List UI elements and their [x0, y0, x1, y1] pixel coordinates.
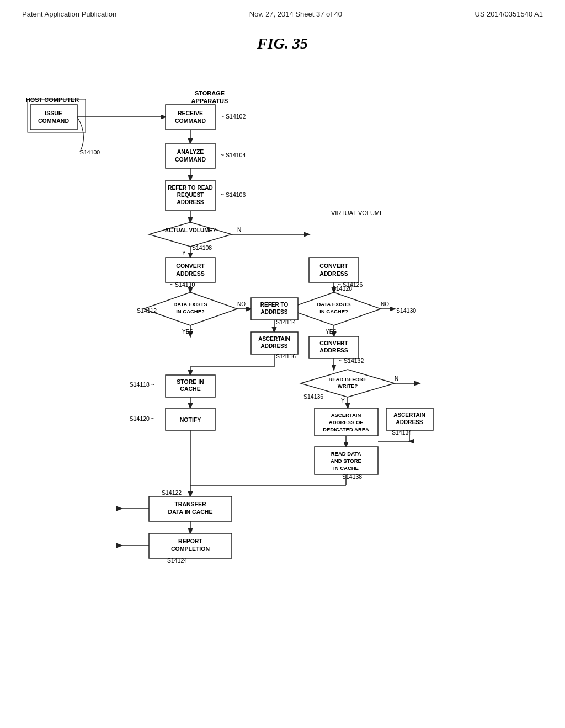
svg-text:IN CACHE: IN CACHE [333, 465, 359, 471]
svg-text:ADDRESS: ADDRESS [319, 347, 348, 354]
svg-text:IN CACHE?: IN CACHE? [319, 308, 348, 314]
svg-text:VIRTUAL VOLUME: VIRTUAL VOLUME [331, 210, 383, 216]
svg-text:S14100: S14100 [80, 149, 100, 156]
svg-text:RECEIVE: RECEIVE [178, 110, 203, 116]
svg-text:ASCERTAIN: ASCERTAIN [258, 336, 290, 342]
page-header: Patent Application Publication Nov. 27, … [0, 0, 565, 18]
svg-text:~ S14110: ~ S14110 [170, 281, 195, 288]
svg-text:REFER TO READ: REFER TO READ [168, 185, 213, 191]
svg-text:COMMAND: COMMAND [38, 117, 69, 124]
svg-text:Y: Y [182, 250, 186, 256]
svg-text:CONVERT: CONVERT [319, 340, 348, 346]
svg-text:ASCERTAIN: ASCERTAIN [331, 412, 361, 418]
svg-text:ASCERTAIN: ASCERTAIN [393, 412, 425, 418]
svg-text:~ S14104: ~ S14104 [221, 152, 246, 158]
svg-text:S14108: S14108 [192, 244, 212, 251]
svg-text:~ S14106: ~ S14106 [221, 191, 246, 198]
svg-text:DATA EXISTS: DATA EXISTS [173, 301, 207, 307]
svg-text:DATA EXISTS: DATA EXISTS [317, 301, 350, 307]
svg-text:N: N [395, 376, 398, 382]
svg-text:S14114: S14114 [276, 319, 296, 325]
header-middle: Nov. 27, 2014 Sheet 37 of 40 [249, 10, 342, 18]
svg-text:REPORT: REPORT [178, 538, 202, 544]
svg-text:NO: NO [237, 301, 246, 307]
svg-text:COMPLETION: COMPLETION [171, 545, 210, 552]
svg-text:AND STORE: AND STORE [331, 458, 361, 464]
diagram-area: HOST COMPUTER STORAGE APPARATUS VIRTUAL … [0, 58, 565, 698]
svg-text:S14120 ~: S14120 ~ [130, 415, 154, 422]
svg-text:READ DATA: READ DATA [331, 451, 361, 457]
svg-text:S14134: S14134 [392, 429, 412, 436]
svg-text:ADDRESS: ADDRESS [177, 199, 204, 205]
svg-text:S14128: S14128 [332, 285, 352, 292]
svg-text:S14130: S14130 [396, 307, 416, 314]
svg-text:ISSUE: ISSUE [45, 110, 62, 116]
svg-text:READ BEFORE: READ BEFORE [328, 376, 366, 382]
svg-text:S14118 ~: S14118 ~ [130, 381, 154, 388]
svg-text:COMMAND: COMMAND [175, 117, 206, 124]
svg-text:S14122: S14122 [162, 489, 182, 496]
svg-text:HOST COMPUTER: HOST COMPUTER [26, 97, 79, 103]
svg-text:ANALYZE: ANALYZE [177, 148, 204, 155]
svg-text:S14124: S14124 [167, 557, 187, 564]
svg-text:CONVERT: CONVERT [319, 263, 348, 269]
svg-text:REFER TO: REFER TO [260, 302, 289, 308]
svg-marker-24 [149, 222, 232, 247]
svg-text:NO: NO [381, 301, 389, 307]
figure-title: FIG. 35 [0, 35, 565, 52]
svg-text:APPARATUS: APPARATUS [191, 98, 228, 104]
svg-text:~ S14132: ~ S14132 [339, 357, 364, 364]
svg-text:S14116: S14116 [276, 353, 296, 360]
svg-text:STORAGE: STORAGE [195, 90, 225, 97]
svg-text:ADDRESS: ADDRESS [396, 419, 423, 425]
svg-text:S14136: S14136 [303, 393, 323, 400]
svg-text:CACHE: CACHE [180, 386, 200, 392]
svg-text:Y: Y [341, 398, 345, 404]
svg-text:S14138: S14138 [342, 473, 362, 480]
svg-text:ADDRESS: ADDRESS [261, 309, 288, 315]
svg-text:TRANSFER: TRANSFER [174, 501, 206, 507]
svg-text:CONVERT: CONVERT [176, 263, 205, 269]
svg-text:~ S14102: ~ S14102 [221, 113, 246, 120]
svg-text:REQUEST: REQUEST [177, 192, 204, 198]
svg-text:NOTIFY: NOTIFY [180, 416, 201, 423]
svg-text:WRITE?: WRITE? [338, 383, 358, 389]
svg-text:ADDRESS: ADDRESS [176, 270, 204, 277]
svg-text:COMMAND: COMMAND [175, 156, 206, 163]
svg-text:ADDRESS: ADDRESS [261, 343, 288, 349]
header-right: US 2014/0351540 A1 [475, 10, 543, 18]
header-left: Patent Application Publication [22, 10, 116, 18]
svg-text:ADDRESS OF: ADDRESS OF [329, 419, 363, 425]
svg-text:ADDRESS: ADDRESS [319, 270, 348, 277]
svg-text:DATA IN CACHE: DATA IN CACHE [168, 508, 213, 515]
flowchart-svg: HOST COMPUTER STORAGE APPARATUS VIRTUAL … [0, 58, 565, 698]
svg-text:DEDICATED AREA: DEDICATED AREA [323, 426, 369, 432]
svg-text:N: N [237, 227, 241, 233]
svg-text:STORE IN: STORE IN [177, 378, 204, 385]
svg-text:IN CACHE?: IN CACHE? [176, 308, 205, 314]
svg-text:ACTUAL VOLUME?: ACTUAL VOLUME? [165, 227, 216, 233]
svg-text:YES: YES [182, 329, 193, 335]
svg-text:YES: YES [326, 329, 337, 335]
svg-text:S14112: S14112 [137, 307, 157, 314]
